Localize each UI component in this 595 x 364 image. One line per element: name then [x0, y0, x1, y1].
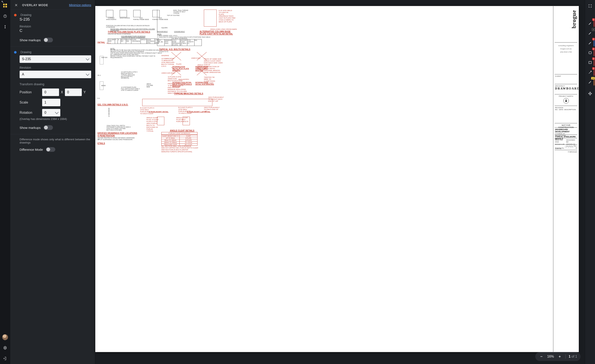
position-x-input[interactable]: 0 [42, 88, 59, 96]
base-show-markups-label: Show markups [20, 38, 41, 42]
symbol-corner [106, 10, 113, 17]
exit-icon [3, 357, 7, 360]
info-icon [3, 14, 7, 18]
overlay-title: OVERLAY MODE [22, 3, 48, 7]
plus-icon [558, 355, 561, 358]
minus-icon [540, 355, 543, 358]
sheet-content: CORNER SHS/CHS/RHS SHS/CHS/RHS SHS PORTA… [98, 8, 552, 350]
heading-hd-bolts: TYPICAL H.D. BOLTS DETAILS [159, 48, 190, 51]
difference-hint: Difference mode shows only what is diffe… [20, 138, 91, 144]
rect-icon [588, 61, 592, 64]
base-revision-value: C [20, 29, 91, 33]
expand-button[interactable] [586, 2, 594, 10]
apps-icon [3, 4, 7, 7]
purlin-cleat-table: PURLIN CLEAT SCHEDULE CLEAT HEIGHT DIST … [161, 132, 198, 146]
heading-angle-cleat: ANGLE CLEAT DETAILS [170, 129, 194, 132]
compass-icon [563, 98, 569, 104]
overlay-drawing-value: S-235 [22, 57, 31, 61]
avatar [2, 334, 8, 340]
avatar-button[interactable] [2, 334, 8, 341]
apps-button[interactable] [2, 2, 8, 9]
rotation-label: Rotation [20, 111, 40, 114]
badge: 2 [592, 57, 595, 60]
page-total: of 1 [571, 355, 577, 358]
svg-point-6 [4, 347, 6, 349]
overlay-header: OVERLAY MODE Minimize options [10, 0, 95, 9]
pen-icon [588, 31, 592, 35]
transform-label: Transform drawing [20, 83, 91, 86]
rotation-select[interactable]: 0 [42, 109, 60, 116]
difference-section: Difference mode shows only what is diffe… [10, 134, 95, 156]
titleblock: brogue consulting engineers brogue.com.a… [553, 6, 579, 352]
difference-label: Difference Mode [20, 148, 43, 151]
expand-icon [588, 4, 592, 8]
gear-icon [3, 346, 7, 350]
scale-input[interactable]: 1 [42, 99, 60, 106]
position-label: Position [20, 90, 40, 94]
position-y-suffix: Y [84, 90, 86, 94]
zoom-percent: 16% [547, 355, 554, 358]
close-button[interactable] [14, 3, 18, 7]
overlay-revision-select[interactable]: A [20, 71, 91, 78]
base-revision-label: Revision [20, 25, 91, 28]
exit-button[interactable] [2, 355, 8, 362]
tool-arrow[interactable]: 2 [586, 68, 594, 77]
svg-rect-13 [589, 61, 591, 64]
tool-shape-cloud[interactable]: 2 [586, 49, 594, 57]
pen-icon [588, 41, 592, 45]
badge: 2 [592, 18, 595, 21]
base-drawing-label: Drawing [21, 13, 31, 17]
heading-col-base: TYPICAL COLUMN BASE PLATE DETAILS [108, 31, 150, 33]
tool-pen-3[interactable]: 2 [586, 39, 594, 47]
overlay-dimensions-hint: (Overlay has dimensions 2384 x 1684) [20, 117, 91, 121]
svg-point-4 [5, 28, 5, 28]
symbol-corner-label: CORNER [106, 17, 116, 19]
overlay-drawing-label: Drawing [21, 50, 31, 54]
svg-line-14 [589, 71, 591, 74]
svg-rect-12 [589, 52, 591, 54]
overlay-show-markups-toggle[interactable] [43, 125, 53, 130]
heading-detail-left: DETAIL [98, 42, 105, 44]
position-y-input[interactable]: 0 [65, 88, 82, 96]
minimize-link[interactable]: Minimize options [69, 3, 91, 7]
svg-point-3 [5, 25, 5, 26]
drawing-sheet[interactable]: CORNER SHS/CHS/RHS SHS/CHS/RHS SHS PORTA… [95, 6, 579, 352]
settings-button[interactable] [2, 344, 8, 351]
overlay-revision-value: A [22, 72, 24, 76]
chevron-down-icon [86, 57, 90, 61]
zoom-bar: 16% 1 of 1 [535, 352, 581, 361]
overlay-show-markups-label: Show markups [20, 126, 41, 129]
svg-point-2 [5, 15, 5, 16]
overlay-color-dot [14, 51, 17, 54]
base-show-markups-toggle[interactable] [43, 38, 53, 42]
tool-marker[interactable]: 16 [586, 78, 594, 86]
chevron-down-icon [55, 111, 59, 114]
badge: 2 [592, 48, 595, 50]
heading-alt-base: ALTERNATIVE COLUMN BASE PLATE CAST INTO … [200, 30, 236, 35]
overlay-drawing-section: Drawing S-235 Revision A Transform drawi… [10, 47, 95, 134]
badge: 2 [592, 38, 595, 40]
info-button[interactable] [2, 13, 8, 20]
titleblock-brand: brogue [571, 10, 577, 29]
pen-icon [588, 80, 592, 84]
tool-pen-2[interactable]: 2 [586, 29, 594, 37]
arrow-icon [588, 70, 592, 74]
tool-rect[interactable]: 2 [586, 58, 594, 67]
versions-icon [3, 25, 7, 29]
canvas-area[interactable]: CORNER SHS/CHS/RHS SHS/CHS/RHS SHS PORTA… [95, 0, 585, 364]
tool-move[interactable] [586, 89, 594, 98]
position-separator: X [61, 90, 63, 94]
base-drawing-value: S-235 [20, 17, 91, 22]
chevron-down-icon [86, 72, 90, 76]
overlay-drawing-select[interactable]: S-235 [20, 55, 91, 63]
difference-toggle[interactable] [46, 147, 55, 152]
zoom-out-button[interactable] [539, 354, 544, 359]
zoom-in-button[interactable] [557, 354, 562, 359]
badge: 16 [591, 77, 595, 79]
tool-pen-1[interactable]: 2 [586, 19, 594, 28]
heading-bracing: TYPICAL BRACING DETAILS [174, 93, 203, 95]
left-rail [0, 0, 10, 364]
branch-button[interactable] [2, 23, 8, 30]
scale-label: Scale [20, 100, 40, 104]
right-rail: 2 2 2 2 2 2 16 [585, 0, 595, 364]
